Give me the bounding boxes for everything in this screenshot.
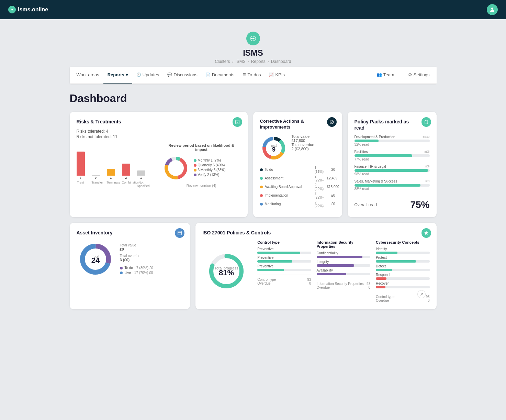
nav-label: Team (383, 72, 394, 77)
iso-control-type-title: Control type (257, 240, 311, 244)
svg-point-2 (252, 36, 254, 37)
discussion-icon: 💬 (167, 73, 172, 77)
asset-stats-area: Total value £0 Total overdue 3 (£0) To d… (120, 243, 153, 276)
corrective-stats: Total value £17,800 Total overdue 2 (£2,… (292, 134, 314, 151)
policy-icon (421, 117, 431, 127)
svg-rect-20 (178, 231, 182, 235)
breadcrumb-sep: › (248, 59, 249, 64)
iso-title: ISO 27001 Policies & Controls (202, 230, 429, 236)
nav-item-discussions[interactable]: 💬 Discussions (163, 67, 201, 84)
nav-label: KPIs (275, 72, 284, 77)
iso-info-sec-title: Information Security Properties (317, 240, 370, 248)
svg-point-0 (491, 8, 493, 10)
logo[interactable]: ✦ isms.online (8, 6, 48, 13)
risks-donut-chart (162, 154, 190, 182)
settings-button[interactable]: ⚙ Settings (404, 67, 434, 84)
nav-label: Discussions (173, 72, 197, 77)
iso-cybersecurity: Cybersecurity Concepts Identify Protect … (376, 240, 429, 302)
svg-rect-6 (235, 120, 239, 124)
nav-label: To-dos (247, 72, 261, 77)
sub-nav: Work areas Reports ▾ 🕐 Updates 💬 Discuss… (70, 67, 437, 84)
app-header: ISMS Clusters › ISMS › Reports › Dashboa… (70, 26, 437, 67)
logo-text: isms.online (18, 7, 48, 13)
nav-label: Reports (108, 72, 124, 77)
team-button[interactable]: 👥 Team (372, 67, 398, 84)
iso-donut-section: Total progress 81% (202, 240, 250, 302)
svg-point-4 (251, 38, 252, 39)
nav-item-kpis[interactable]: 📈 KPIs (265, 67, 289, 84)
document-icon: 📄 (206, 73, 211, 77)
nav-label: Updates (143, 72, 159, 77)
chevron-down-icon: ▾ (126, 72, 128, 77)
asset-icon (175, 228, 184, 238)
policy-bar-facilities: Facilities ±£5 77% read (355, 150, 430, 161)
gear-icon: ⚙ (408, 72, 412, 77)
bar-chart: 7 0 1 (77, 152, 155, 188)
corrective-icon (327, 117, 337, 127)
nav-item-reports[interactable]: Reports ▾ (103, 67, 132, 84)
iso-card: ISO 27001 Policies & Controls Total prog… (195, 223, 436, 309)
review-overdue: Review overdue (4) (162, 184, 241, 188)
iso-cybersecurity-title: Cybersecurity Concepts (376, 240, 429, 244)
svg-point-5 (254, 38, 255, 39)
asset-title: Asset Inventory (77, 230, 183, 236)
overall-value: 75% (410, 199, 429, 210)
clock-icon: 🕐 (136, 73, 141, 77)
svg-text:81%: 81% (219, 268, 234, 277)
iso-info-sec: Information Security Properties Confiden… (317, 240, 370, 302)
policy-card: Policy Packs marked as read Development … (348, 112, 437, 217)
svg-point-1 (252, 38, 254, 40)
nav-item-updates[interactable]: 🕐 Updates (132, 67, 163, 84)
top-nav: ✦ isms.online (0, 0, 506, 19)
iso-control-type: Control type Preventive Preventive Preve… (257, 240, 311, 302)
app-title: ISMS (70, 48, 437, 58)
nav-label: Settings (414, 72, 430, 77)
asset-card: Asset Inventory Total 24 (70, 223, 190, 309)
breadcrumb: Clusters › ISMS › Reports › Dashboard (70, 59, 437, 64)
svg-text:24: 24 (91, 256, 100, 265)
user-avatar[interactable] (487, 4, 498, 15)
app-logo-icon (246, 32, 260, 45)
breadcrumb-sep: › (232, 59, 233, 64)
risks-icon (233, 117, 242, 127)
expand-button[interactable]: ↗ (417, 290, 426, 298)
corrective-title: Corrective Actions & Improvements (260, 119, 335, 130)
svg-point-3 (252, 40, 254, 41)
corrective-donut: Total 9 (260, 134, 288, 162)
risks-title: Risks & Treatments (77, 119, 241, 125)
asset-donut: Total 24 (77, 240, 114, 279)
policy-title: Policy Packs marked as read (355, 119, 430, 131)
nav-label: Documents (212, 72, 235, 77)
policy-bar-sales: Sales, Marketing & Success ±£3 88% read (355, 179, 430, 191)
overall-read: Overall read 75% (355, 195, 430, 210)
donut-title: Review period based on likelihood & impa… (162, 143, 241, 152)
breadcrumb-sep: › (268, 59, 269, 64)
page-title: Dashboard (70, 92, 437, 105)
corrective-card: Corrective Actions & Improvements Total … (253, 112, 342, 217)
policy-bar-finance: Finance, HR & Legal ±£9 98% read (355, 165, 430, 176)
policy-bar-development: Development & Production ±£49 32% read (355, 135, 430, 146)
chart-icon: 📈 (269, 73, 274, 77)
logo-icon: ✦ (8, 6, 16, 13)
risks-stats: Risks tolerated: 4 Risks not tolerated: … (77, 129, 241, 139)
iso-icon (421, 228, 431, 238)
overall-label: Overall read (355, 202, 377, 207)
nav-label: Work areas (77, 72, 99, 77)
svg-text:9: 9 (272, 146, 275, 153)
list-icon: ☰ (243, 73, 246, 77)
risks-card: Risks & Treatments Risks tolerated: 4 Ri… (70, 112, 248, 217)
nav-item-work-areas[interactable]: Work areas (72, 67, 103, 84)
nav-item-todos[interactable]: ☰ To-dos (238, 67, 265, 84)
corrective-table: To do1 (11%)20 Assessment2 (22%)£2,409 A… (260, 166, 335, 208)
team-icon: 👥 (376, 72, 382, 77)
donut-section: Review period based on likelihood & impa… (162, 143, 241, 188)
nav-item-documents[interactable]: 📄 Documents (202, 67, 239, 84)
